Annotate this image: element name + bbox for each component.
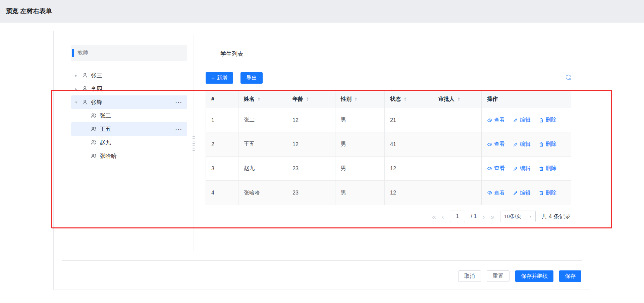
delete-link[interactable]: 删除 (539, 117, 556, 124)
student-table: # 姓名 年龄 性别 状态 审批人 操作 1 (206, 90, 571, 205)
table-row: 2 王五 12 男 41 查看 编辑 删除 (206, 132, 571, 157)
sort-icon[interactable] (258, 97, 260, 101)
first-page-button[interactable] (432, 213, 436, 220)
edit-icon (513, 142, 518, 147)
caret-right-icon[interactable] (75, 73, 82, 78)
col-name[interactable]: 姓名 (238, 90, 287, 108)
save-button[interactable]: 保存 (559, 270, 581, 282)
col-approver[interactable]: 审批人 (433, 90, 482, 108)
view-link[interactable]: 查看 (487, 165, 505, 172)
page-size-select[interactable]: 10条/页 (500, 211, 536, 222)
tree-item-0[interactable]: 张三 (71, 69, 187, 82)
cell-gender: 男 (335, 132, 385, 157)
cell-gender: 男 (335, 108, 385, 132)
page-header: 预览 左树右表单 (0, 0, 644, 23)
export-button-label: 导出 (246, 75, 257, 82)
edit-link[interactable]: 编辑 (513, 189, 531, 197)
eye-icon (487, 166, 492, 171)
divider-line (249, 54, 571, 54)
panel-splitter[interactable] (194, 35, 194, 251)
refresh-button[interactable] (565, 74, 573, 82)
pagination: / 1 10条/页 共 4 条记录 (432, 211, 571, 222)
team-icon (91, 113, 97, 119)
add-button-label: 新增 (217, 75, 227, 82)
caret-right-icon[interactable] (75, 86, 82, 91)
tree-item-6[interactable]: 张哈哈 (71, 149, 187, 163)
edit-icon (513, 118, 518, 123)
edit-link[interactable]: 编辑 (513, 165, 531, 172)
sort-icon[interactable] (404, 97, 407, 101)
delete-link[interactable]: 删除 (539, 189, 556, 197)
prev-page-button[interactable] (442, 213, 444, 220)
cell-gender: 男 (335, 157, 385, 181)
next-page-button[interactable] (482, 213, 485, 220)
eye-icon (487, 190, 492, 196)
more-icon[interactable] (175, 126, 182, 132)
trash-icon (539, 190, 544, 196)
sort-icon[interactable] (306, 97, 309, 101)
reset-button[interactable]: 重置 (487, 270, 509, 282)
eye-icon (487, 142, 492, 147)
tree-item-3[interactable]: 张二 (71, 109, 187, 122)
save-continue-button[interactable]: 保存并继续 (515, 270, 553, 282)
last-page-button[interactable] (490, 213, 494, 220)
edit-icon (513, 166, 518, 171)
table-row: 3 赵九 23 男 12 查看 编辑 删除 (206, 157, 571, 181)
col-status[interactable]: 状态 (385, 90, 433, 108)
section-divider: 学生列表 (206, 49, 571, 58)
cell-index: 2 (206, 132, 238, 157)
view-link[interactable]: 查看 (487, 117, 505, 124)
user-icon (82, 86, 88, 92)
page-input[interactable] (450, 211, 465, 222)
footer-divider (62, 260, 582, 261)
accent-bar (72, 49, 74, 57)
teacher-tree: 张三 李四 张锋 张二 王五 赵九 张哈哈 (71, 69, 187, 163)
delete-link[interactable]: 删除 (539, 165, 556, 172)
add-button[interactable]: + 新增 (206, 72, 233, 84)
cell-actions: 查看 编辑 删除 (482, 181, 571, 205)
view-link[interactable]: 查看 (487, 189, 505, 197)
chevron-down-icon (530, 214, 532, 219)
tree-panel-title: 教师 (77, 49, 88, 56)
tree-item-4[interactable]: 王五 (71, 122, 187, 136)
trash-icon (539, 118, 544, 123)
edit-link[interactable]: 编辑 (513, 141, 531, 148)
edit-link[interactable]: 编辑 (513, 117, 531, 124)
cell-status: 21 (385, 108, 433, 132)
tree-item-1[interactable]: 李四 (71, 82, 187, 95)
plus-icon: + (211, 75, 215, 81)
cell-name: 张哈哈 (238, 181, 287, 205)
caret-down-icon[interactable] (75, 100, 82, 105)
cell-actions: 查看 编辑 删除 (482, 157, 571, 181)
edit-icon (513, 190, 518, 196)
tree-item-label: 张锋 (91, 98, 102, 106)
sort-icon[interactable] (458, 97, 460, 101)
splitter-handle[interactable] (193, 136, 195, 152)
cell-approver (433, 108, 482, 132)
cell-status: 12 (385, 181, 433, 205)
trash-icon (539, 166, 544, 171)
col-age[interactable]: 年龄 (287, 90, 335, 108)
cell-status: 12 (385, 157, 433, 181)
tree-item-label: 赵九 (100, 139, 111, 146)
col-gender[interactable]: 性别 (335, 90, 385, 108)
tree-item-label: 王五 (100, 125, 111, 133)
delete-link[interactable]: 删除 (539, 141, 556, 148)
view-link[interactable]: 查看 (487, 141, 505, 148)
table-header-row: # 姓名 年龄 性别 状态 审批人 操作 (206, 90, 571, 108)
divider-line (206, 54, 215, 54)
tree-item-5[interactable]: 赵九 (71, 136, 187, 149)
total-records-label: 共 4 条记录 (541, 213, 571, 220)
export-button[interactable]: 导出 (240, 72, 263, 84)
section-title: 学生列表 (220, 50, 243, 58)
cell-age: 23 (287, 181, 335, 205)
col-index: # (206, 90, 238, 108)
tree-item-label: 张哈哈 (100, 152, 117, 160)
more-icon[interactable] (175, 99, 182, 105)
cell-approver (433, 157, 482, 181)
tree-item-2[interactable]: 张锋 (71, 95, 187, 109)
cancel-button[interactable]: 取消 (458, 270, 481, 282)
cell-index: 3 (206, 157, 238, 181)
cell-index: 4 (206, 181, 238, 205)
sort-icon[interactable] (355, 97, 357, 101)
